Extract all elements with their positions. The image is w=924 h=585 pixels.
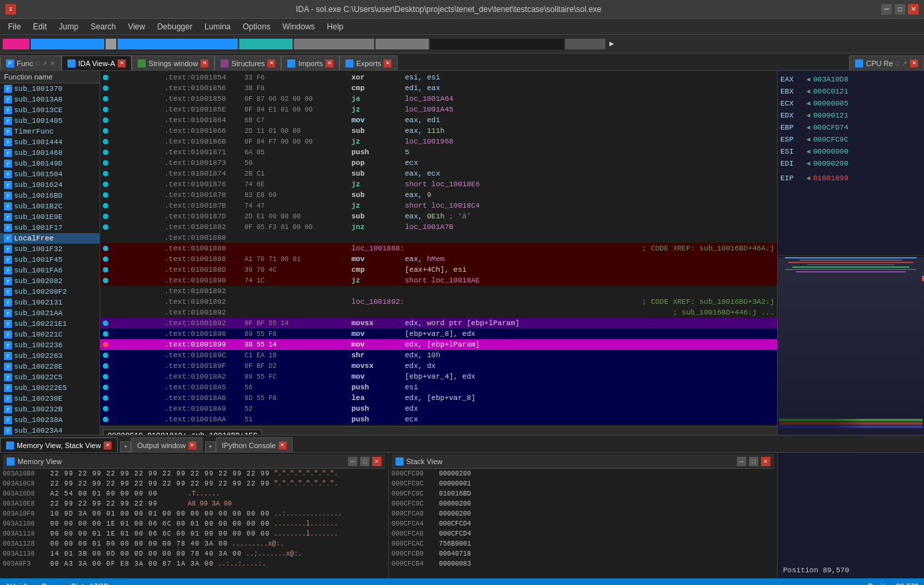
func-item-sub-100221C[interactable]: f sub_100221C [0,329,100,340]
mem-line-2[interactable]: 003A10C8 22 99 22 99 22 99 22 99 22 99 2… [3,479,386,489]
tab-ipython[interactable]: IPython Console ✕ [216,437,293,452]
mem-line-10[interactable]: 003A0F3 00 A3 3A 00 0F E8 3A 00 87 1A 3A… [3,559,386,569]
stack-line-7[interactable]: 000CFCA8 000CFCD4 [392,529,774,539]
menu-help[interactable]: Help [321,21,349,33]
reg-row-eax[interactable]: EAX ◄ 003A10D8 [780,73,921,85]
code-line-empty-1892[interactable]: .text:01001892 [100,286,777,297]
tab-cpu-reg[interactable]: CPU Re □ ↗ ✕ [849,55,924,70]
code-line-2[interactable]: .text:01001856 3B F8 cmp edi, eax [100,83,777,93]
code-line-5[interactable]: .text:01001864 6B C7 mov eax, edi [100,115,777,126]
menu-search[interactable]: Search [85,21,121,33]
code-line-shr[interactable]: .text:0100189C C1 EA 10 shr edx, 10h [100,350,777,361]
func-item-sub-100149D[interactable]: f sub_100149D [0,158,100,169]
code-line-12[interactable]: .text:01001878 83 E8 09 sub eax, 9 [100,190,777,200]
func-item-sub-10013A8[interactable]: f sub_10013A8 [0,94,100,105]
stack-line-9[interactable]: 000CFCB0 00040718 [392,549,774,559]
code-line-movsx-dx[interactable]: .text:0100189F 0F BF D2 movsx edx, dx [100,361,777,371]
func-item-sub-1001468[interactable]: f sub_1001468 [0,148,100,158]
code-line-current-eip[interactable]: .text:01001899 8B 55 14 mov edx, [ebp+lP… [100,339,777,350]
code-line-loc-1001888[interactable]: .text:01001888 loc_1001888: ; CODE XREF:… [100,243,777,254]
reg-row-edi[interactable]: EDI ◄ 00000200 [780,158,921,170]
toolbar-arrow[interactable]: ▶ [609,39,614,49]
func-item-sub-1002131[interactable]: f sub_1002131 [0,297,100,308]
code-line-lea[interactable]: .text:010018A6 8D 55 F8 lea edx, [ebp+va… [100,393,777,403]
code-line-1[interactable]: .text:01001854 33 F6 xor esi, esi [100,72,777,83]
stack-line-1[interactable]: 000CFC90 00000200 [392,469,774,479]
code-line-8[interactable]: .text:01001871 6A 05 push 5 [100,147,777,158]
mem-line-7[interactable]: 003A1118 00 00 00 01 1E 01 00 06 6C 00 0… [3,529,386,539]
menu-windows[interactable]: Windows [277,21,321,33]
code-line-comment-1892[interactable]: .text:01001892 ; sub_10016BD+446↓j ... [100,307,777,318]
func-item-sub-1001370[interactable]: f sub_1001370 [0,83,100,94]
func-tab-pin[interactable]: □ [35,60,39,67]
stack-line-8[interactable]: 000CFCAC 756B9001 [392,539,774,549]
menu-jump[interactable]: Jump [53,21,84,33]
func-item-sub-10013CE[interactable]: f sub_10013CE [0,105,100,116]
stack-line-6[interactable]: 000CFCA4 000CFCD4 [392,519,774,529]
func-item-sub-1001504[interactable]: f sub_1001504 [0,169,100,180]
tab-add-btn-1[interactable]: + [120,441,131,452]
func-item-sub-1002082[interactable]: f sub_1002082 [0,276,100,286]
mem-line-8[interactable]: 003A1128 00 00 00 01 00 00 00 00 00 78 4… [3,539,386,549]
func-item-sub-1001405[interactable]: f sub_1001405 [0,116,100,126]
reg-row-ebp[interactable]: EBP ◄ 000CFD74 [780,122,921,134]
code-line-movsx-1[interactable]: .text:01001892 0F BF 55 14 movsx edx, wo… [100,318,777,329]
tab-imports[interactable]: Imports ✕ [281,55,339,70]
minimize-button[interactable]: ─ [881,4,892,15]
cpu-reg-pin[interactable]: □ [896,60,899,67]
func-item-sub-10016BD[interactable]: f sub_10016BD [0,190,100,201]
func-item-sub-100230E[interactable]: f sub_100230E [0,393,100,404]
menu-edit[interactable]: Edit [27,21,52,33]
reg-row-eip[interactable]: EIP ◄ 01001899 [780,172,921,184]
code-line-loc-1001892[interactable]: .text:01001892 loc_1001892: ; CODE XREF:… [100,297,777,307]
code-line-3[interactable]: .text:01001858 0F 87 06 02 00 00 ja loc_… [100,93,777,104]
mv-restore-btn[interactable]: □ [360,457,369,466]
stack-line-10[interactable]: 000CFCB4 00000083 [392,559,774,569]
func-item-timerfunc[interactable]: f TimerFunc [0,126,100,137]
stack-line-5[interactable]: 000CFCA0 00000200 [392,509,774,519]
code-line-11[interactable]: .text:01001876 74 6E jz short loc_10018E… [100,179,777,190]
func-item-sub-1001F17[interactable]: f sub_1001F17 [0,222,100,233]
tab-func[interactable]: F Func □ ↗ ✕ [0,55,61,70]
func-item-sub-10022C5[interactable]: f sub_10022C5 [0,372,100,383]
tab-close-ida[interactable]: ✕ [118,59,126,67]
code-line-6[interactable]: .text:01001866 2D 11 01 00 00 sub eax, 1… [100,126,777,136]
tab-exports[interactable]: Exports ✕ [339,55,398,70]
cpu-reg-float[interactable]: ↗ [902,60,907,67]
mem-line-9[interactable]: 003A1138 14 01 3B 00 0D 00 0D 00 00 00 7… [3,549,386,559]
reg-row-esi[interactable]: ESI ◄ 00000000 [780,146,921,158]
code-line-jz-1[interactable]: .text:01001890 74 1C jz short loc_10018A… [100,275,777,286]
func-item-sub-1002236[interactable]: f sub_1002236 [0,340,100,351]
stack-line-2[interactable]: 000CFC9C 00000001 [392,479,774,489]
close-button[interactable]: ✕ [908,4,919,15]
tab-ida-view-a[interactable]: IDA View-A ✕ [61,55,132,70]
func-item-sub-10023A4[interactable]: f sub_10023A4 [0,425,100,435]
tab-close-output[interactable]: ✕ [188,441,196,449]
tab-close-structures[interactable]: ✕ [267,59,275,67]
tab-memory-stack[interactable]: Memory View, Stack View ✕ [0,437,118,452]
reg-row-edx[interactable]: EDX ◄ 00000121 [780,110,921,122]
tab-close-memory-stack[interactable]: ✕ [104,441,112,449]
code-line-push-esi[interactable]: .text:010018A5 56 push esi [100,382,777,393]
code-line-cmp-1[interactable]: .text:0100188D 39 70 4C cmp [eax+4Ch], e… [100,264,777,275]
code-scroll[interactable]: .text:01001854 33 F6 xor esi, esi .text:… [100,71,777,435]
reg-row-ebx[interactable]: EBX ◄ 006C0121 [780,85,921,98]
code-line-7[interactable]: .text:0100186B 0F 84 F7 00 00 00 jz loc_… [100,136,777,147]
mem-line-3[interactable]: 003A10D8 A2 54 00 01 00 00 00 00 .T.....… [3,489,386,499]
func-item-sub-100228E[interactable]: f sub_100228E [0,361,100,372]
tab-strings[interactable]: Strings window ✕ [132,55,214,70]
tab-add-btn-2[interactable]: + [205,441,216,452]
addr-bar-value[interactable]: 00000CA9 010018A9: sub_10016BD+1EC [103,429,262,435]
sv-restore-btn[interactable]: □ [749,457,758,466]
mv-close-btn[interactable]: ✕ [372,457,381,466]
tab-close-exports[interactable]: ✕ [383,59,392,67]
code-line-push-ecx[interactable]: .text:010018AA 51 push ecx [100,414,777,425]
sv-close-btn[interactable]: ✕ [761,457,770,466]
func-tab-close[interactable]: ✕ [50,60,55,67]
func-item-sub-1001FA6[interactable]: f sub_1001FA6 [0,265,100,276]
reg-row-esp[interactable]: ESP ◄ 000CFC9C [780,134,921,146]
menu-view[interactable]: View [122,21,150,33]
func-item-sub-1001E9E[interactable]: f sub_1001E9E [0,212,100,222]
menu-options[interactable]: Options [237,21,275,33]
reg-row-ecx[interactable]: ECX ◄ 00000005 [780,98,921,110]
